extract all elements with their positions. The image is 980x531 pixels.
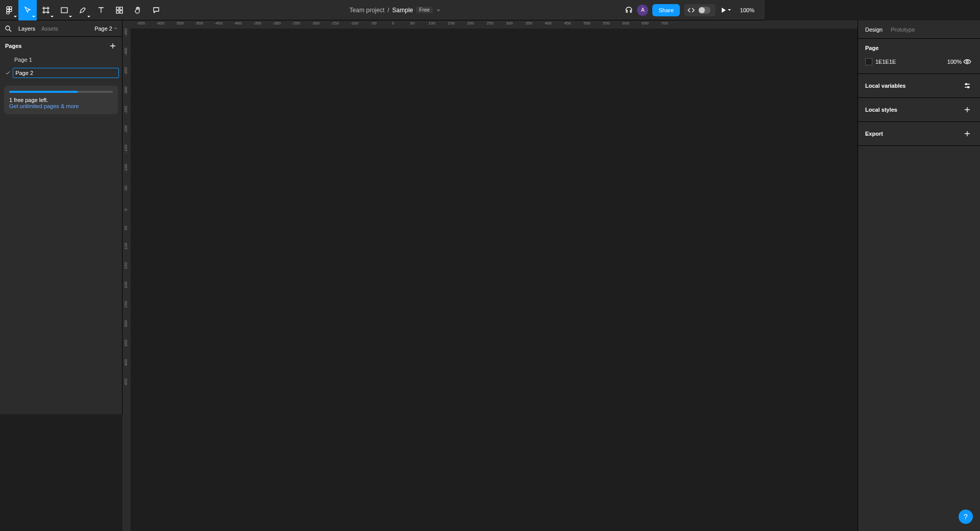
tab-layers[interactable]: Layers (18, 26, 35, 32)
quota-line1: 1 free page left. (9, 97, 113, 103)
page-name-input[interactable] (13, 68, 119, 78)
search-icon[interactable] (4, 24, 12, 33)
check-icon (5, 70, 11, 76)
hand-tool-button[interactable] (129, 0, 147, 20)
toggle-switch[interactable] (698, 7, 710, 14)
left-panel-tabs: Layers Assets Page 2 (0, 20, 122, 37)
tab-assets[interactable]: Assets (41, 26, 58, 32)
chevron-down-icon (51, 16, 54, 17)
comment-icon (152, 6, 160, 14)
svg-point-3 (9, 9, 12, 12)
plan-badge: Free (416, 7, 433, 13)
code-icon (687, 6, 695, 14)
zoom-level[interactable]: 100% (737, 7, 761, 13)
move-tool-button[interactable] (18, 0, 37, 20)
page-list: Page 1 (0, 53, 122, 80)
top-toolbar: Team project / Sample Free A Share 100% (0, 0, 765, 20)
add-page-icon[interactable] (109, 42, 117, 50)
svg-rect-9 (120, 11, 122, 13)
play-icon (722, 8, 726, 13)
svg-rect-8 (116, 11, 119, 13)
chevron-down-icon (69, 16, 72, 17)
title-separator: / (387, 7, 389, 14)
hand-icon (134, 6, 142, 14)
chevron-up-icon (113, 26, 118, 31)
svg-rect-4 (7, 12, 9, 14)
chevron-down-icon[interactable] (436, 8, 441, 13)
svg-rect-1 (9, 7, 12, 9)
file-title: Team project / Sample Free (165, 7, 625, 14)
ruler-corner (122, 20, 131, 29)
ruler-vertical: -450-400-350-300-250-200-150-100-5005010… (122, 29, 131, 414)
resources-icon (115, 6, 124, 14)
figma-logo-icon (5, 6, 13, 14)
page-item[interactable]: Page 1 (3, 53, 119, 66)
chevron-down-icon (87, 16, 90, 17)
file-name[interactable]: Sample (393, 7, 413, 14)
svg-rect-2 (7, 9, 9, 12)
chevron-down-icon (14, 16, 17, 17)
svg-rect-5 (61, 8, 67, 13)
toolbar-right: A Share 100% (625, 0, 761, 20)
page-quota-card: 1 free page left. Get unlimited pages & … (4, 86, 118, 114)
comment-tool-button[interactable] (147, 0, 165, 20)
avatar[interactable]: A (637, 5, 648, 16)
chevron-down-icon (728, 9, 731, 11)
canvas[interactable]: -650-600-550-500-450-400-350-300-250-200… (122, 20, 765, 414)
shape-tool-button[interactable] (55, 0, 74, 20)
chevron-down-icon (32, 16, 35, 17)
svg-rect-6 (116, 7, 119, 10)
svg-point-10 (6, 26, 10, 30)
pen-icon (79, 6, 87, 14)
frame-tool-button[interactable] (37, 0, 55, 20)
svg-rect-0 (7, 7, 9, 9)
pages-section-header: Pages (0, 37, 122, 53)
audio-chat-icon[interactable] (625, 6, 633, 14)
text-tool-button[interactable] (92, 0, 110, 20)
main-menu-button[interactable] (0, 0, 18, 20)
share-button[interactable]: Share (652, 4, 679, 16)
dev-mode-toggle[interactable] (684, 4, 716, 16)
svg-rect-7 (120, 7, 122, 10)
pages-title: Pages (5, 43, 21, 49)
quota-progress (9, 91, 113, 93)
rectangle-icon (60, 6, 68, 14)
cursor-icon (23, 6, 32, 14)
page-item-current[interactable] (3, 66, 119, 80)
page-indicator[interactable]: Page 2 (94, 26, 118, 32)
ruler-horizontal: -650-600-550-500-450-400-350-300-250-200… (131, 20, 765, 29)
frame-icon (42, 6, 50, 14)
present-button[interactable] (720, 0, 733, 20)
text-icon (97, 6, 105, 14)
left-panel: Layers Assets Page 2 Pages Page 1 1 free… (0, 20, 122, 414)
pen-tool-button[interactable] (74, 0, 92, 20)
resources-button[interactable] (110, 0, 129, 20)
quota-upgrade-link[interactable]: Get unlimited pages & more (9, 103, 79, 109)
team-name[interactable]: Team project (350, 7, 385, 14)
